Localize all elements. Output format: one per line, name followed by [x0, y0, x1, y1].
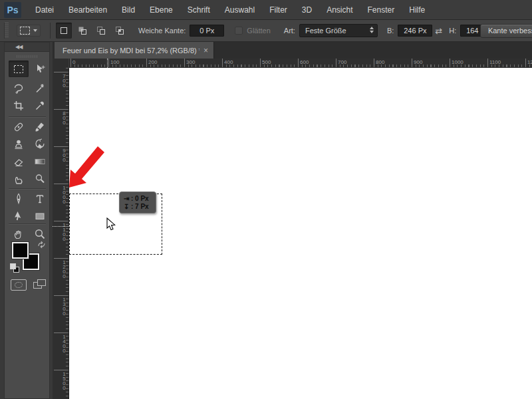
chevron-down-icon — [33, 29, 37, 32]
subtract-from-selection-mode-button[interactable] — [93, 23, 109, 39]
divider — [50, 23, 51, 39]
divider — [9, 223, 46, 224]
menu-ebene[interactable]: Ebene — [142, 0, 180, 20]
feather-label: Weiche Kante: — [138, 27, 186, 35]
menu-hilfe[interactable]: Hilfe — [402, 0, 432, 20]
h-ruler-label: 500 — [260, 59, 271, 67]
move-tool-icon — [33, 63, 47, 76]
marquee-preset-icon — [20, 27, 30, 35]
mouse-cursor-icon — [105, 217, 116, 232]
history-brush-icon — [33, 138, 47, 151]
style-select-value: Feste Größe — [305, 27, 346, 35]
hand-tool[interactable] — [9, 225, 29, 242]
refine-edge-button[interactable]: Kante verbessern — [480, 24, 532, 38]
rectangular-marquee-tool[interactable] — [9, 61, 29, 77]
horizontal-ruler[interactable]: 0100200300400500600700800900100011001200 — [53, 59, 532, 68]
brush-tool[interactable] — [30, 118, 50, 135]
add-selection-icon — [78, 26, 87, 35]
history-brush-tool[interactable] — [30, 136, 50, 152]
eyedropper-tool[interactable] — [30, 97, 50, 114]
menu-datei[interactable]: Datei — [28, 0, 61, 20]
document-tab[interactable]: Feuer und Eis by MDI bei 57,2% (RGB/8) *… — [55, 42, 214, 59]
width-input[interactable] — [398, 25, 432, 37]
panel-grip-handle[interactable] — [17, 55, 38, 58]
height-label: H: — [449, 27, 456, 35]
path-selection-tool[interactable] — [9, 207, 29, 224]
subtract-selection-icon — [96, 26, 106, 35]
screen-mode-button[interactable] — [33, 279, 48, 290]
eraser-tool[interactable] — [9, 153, 29, 170]
shape-rectangle-icon — [33, 209, 47, 223]
gradient-tool[interactable] — [30, 153, 50, 170]
new-selection-icon — [59, 26, 68, 35]
quick-mask-icon — [15, 282, 23, 288]
swap-dimensions-icon[interactable]: ⇄ — [435, 26, 442, 36]
menu-bild[interactable]: Bild — [114, 0, 142, 20]
menu-fenster[interactable]: Fenster — [360, 0, 402, 20]
h-ruler-label: 700 — [336, 59, 346, 67]
clone-stamp-tool[interactable] — [9, 136, 29, 152]
menu-3d[interactable]: 3D — [295, 0, 319, 20]
vertical-ruler[interactable]: 700800900100011001200130014001500 — [53, 68, 69, 399]
feather-input[interactable] — [190, 25, 224, 37]
lasso-tool[interactable] — [9, 80, 29, 96]
tool-preset-dropdown[interactable] — [17, 25, 41, 37]
hand-icon — [12, 227, 25, 241]
h-ruler-label: 400 — [222, 59, 233, 67]
style-select[interactable]: Feste Größe — [299, 24, 378, 37]
ruler-cursor-indicator — [53, 226, 69, 227]
menu-filter[interactable]: Filter — [262, 0, 295, 20]
document-title: Feuer und Eis by MDI bei 57,2% (RGB/8) * — [63, 47, 200, 55]
spinner-arrows-icon — [370, 27, 374, 33]
antialias-label: Glätten — [247, 27, 270, 35]
vertical-distance-value: : 7 Px — [131, 203, 149, 210]
type-tool[interactable] — [30, 190, 50, 207]
h-ruler-label: 0 — [70, 59, 75, 67]
brush-icon — [33, 120, 47, 134]
clone-stamp-icon — [12, 138, 25, 151]
eraser-icon — [12, 155, 25, 168]
add-to-selection-mode-button[interactable] — [74, 23, 90, 39]
menu-auswahl[interactable]: Auswahl — [217, 0, 262, 20]
v-ruler-label: 700 — [54, 72, 67, 87]
h-ruler-label: 1100 — [487, 59, 501, 67]
document-canvas[interactable]: ⇥ : 0 Px ↧ : 7 Px — [69, 68, 532, 399]
healing-brush-icon — [12, 120, 25, 134]
tools-column: ◀◀ — [0, 42, 53, 399]
photoshop-window: Ps Datei Bearbeiten Bild Ebene Schrift A… — [0, 0, 532, 399]
quick-mask-button[interactable] — [11, 279, 27, 291]
h-ruler-label: 1000 — [450, 59, 464, 67]
screen-mode-icon-front — [37, 279, 46, 286]
gradient-icon — [33, 155, 47, 168]
crop-tool[interactable] — [9, 97, 29, 114]
antialias-checkbox[interactable] — [235, 27, 243, 35]
menu-bar: Ps Datei Bearbeiten Bild Ebene Schrift A… — [0, 0, 532, 20]
smudge-tool[interactable] — [9, 170, 29, 187]
h-ruler-label: 100 — [108, 59, 119, 67]
default-colors-icon[interactable] — [10, 263, 16, 269]
healing-brush-tool[interactable] — [9, 118, 29, 135]
intersect-selection-mode-button[interactable] — [112, 23, 128, 39]
h-ruler-label: 300 — [184, 59, 195, 67]
menu-bearbeiten[interactable]: Bearbeiten — [61, 0, 114, 20]
close-tab-icon[interactable]: × — [203, 46, 208, 55]
collapse-panel-button[interactable]: ◀◀ — [5, 43, 49, 52]
menu-ansicht[interactable]: Ansicht — [319, 0, 360, 20]
divider — [9, 188, 46, 189]
h-ruler-label: 600 — [298, 59, 309, 67]
document-tab-bar: Feuer und Eis by MDI bei 57,2% (RGB/8) *… — [53, 42, 532, 59]
new-selection-mode-button[interactable] — [56, 23, 72, 39]
pen-tool[interactable] — [9, 190, 29, 207]
menu-schrift[interactable]: Schrift — [180, 0, 217, 20]
ruler-origin-corner[interactable] — [53, 59, 69, 68]
h-ruler-label: 900 — [412, 59, 422, 67]
move-tool[interactable] — [30, 61, 50, 77]
shape-tool[interactable] — [30, 207, 50, 224]
divider — [9, 116, 46, 117]
measurement-tooltip: ⇥ : 0 Px ↧ : 7 Px — [119, 192, 156, 213]
foreground-color-swatch[interactable] — [12, 242, 29, 259]
dodge-tool[interactable] — [30, 170, 50, 187]
swap-colors-icon[interactable] — [37, 240, 47, 249]
magic-wand-tool[interactable] — [30, 80, 50, 96]
options-grip-handle[interactable] — [4, 23, 9, 39]
